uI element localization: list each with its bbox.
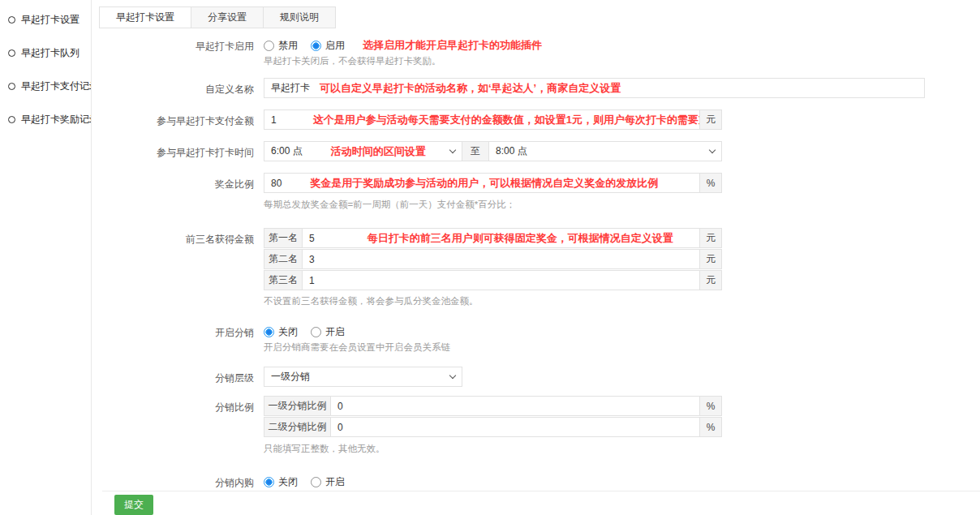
- top3-third-value: 1: [309, 275, 315, 286]
- sidebar-item-checkin-settings[interactable]: 早起打卡设置: [0, 3, 91, 36]
- radio-inner-off[interactable]: [264, 477, 274, 487]
- dist-level-select[interactable]: 一级分销: [264, 367, 462, 387]
- top3-first-value: 5: [309, 233, 315, 244]
- field-label-dist-ratio: 分销比例: [99, 396, 264, 414]
- top3-second-input[interactable]: 第二名 3 元: [264, 249, 722, 269]
- radio-disable[interactable]: [264, 41, 274, 51]
- sidebar: 早起打卡设置 早起打卡队列 早起打卡支付记录 早起打卡奖励记录: [0, 0, 92, 515]
- pay-amount-hint: 这个是用户参与活动每天需要支付的金额数值，如设置1元，则用户每次打卡的需要支付1…: [313, 113, 699, 127]
- bonus-ratio-input[interactable]: 80 奖金是用于奖励成功参与活动的用户，可以根据情况自定义奖金的发放比例 %: [264, 173, 722, 193]
- dist-ratio-level2-value: 0: [337, 422, 343, 433]
- radio-enable[interactable]: [311, 41, 321, 51]
- enable-hint-text: 选择启用才能开启早起打卡的功能插件: [363, 38, 542, 53]
- dist-ratio-level2-label: 二级分销比例: [264, 418, 331, 436]
- tab-bar: 早起打卡设置 分享设置 规则说明: [99, 6, 980, 28]
- form-row-pay-amount: 参与早起打卡支付金额 1 这个是用户参与活动每天需要支付的金额数值，如设置1元，…: [99, 109, 980, 130]
- sidebar-item-label: 早起打卡奖励记录: [21, 113, 91, 127]
- time-separator: 至: [462, 141, 488, 161]
- tab-rules[interactable]: 规则说明: [263, 6, 336, 28]
- top3-hint: 每日打卡的前三名用户则可获得固定奖金，可根据情况自定义设置: [368, 231, 673, 246]
- dist-ratio-level2-unit: %: [699, 418, 721, 436]
- chevron-down-icon: [449, 147, 456, 153]
- top3-third-rank: 第三名: [264, 271, 303, 290]
- custom-name-value: 早起打卡: [271, 81, 310, 95]
- main-content: 早起打卡设置 分享设置 规则说明 早起打卡启用 禁用 启用 选择启用才能开启早起…: [92, 0, 980, 515]
- top3-third-input[interactable]: 第三名 1 元: [264, 270, 722, 290]
- radio-label-disable[interactable]: 禁用: [278, 39, 298, 53]
- field-label-pay-amount: 参与早起打卡支付金额: [99, 109, 264, 128]
- pay-amount-value: 1: [271, 114, 277, 126]
- time-start-select[interactable]: 6:00 点 活动时间的区间设置: [264, 141, 462, 161]
- field-label-bonus-ratio: 奖金比例: [99, 173, 264, 191]
- sidebar-item-checkin-queue[interactable]: 早起打卡队列: [0, 36, 91, 70]
- top3-third-unit: 元: [699, 271, 721, 290]
- distribution-help-text: 开启分销商需要在会员设置中开启会员关系链: [264, 341, 450, 354]
- form-row-dist-ratio: 分销比例 一级分销比例 0 % 二级分销比例: [99, 396, 980, 455]
- form-row-distribution: 开启分销 关闭 开启 开启分销商需要在会员设置中开启会员关系链: [99, 324, 980, 354]
- dist-ratio-level1-input[interactable]: 一级分销比例 0 %: [264, 396, 722, 416]
- sidebar-item-reward-records[interactable]: 早起打卡奖励记录: [0, 103, 91, 136]
- dist-level-value: 一级分销: [271, 370, 310, 384]
- form-row-bonus-ratio: 奖金比例 80 奖金是用于奖励成功参与活动的用户，可以根据情况自定义奖金的发放比…: [99, 173, 980, 211]
- bonus-ratio-help: 每期总发放奖金金额=前一周期（前一天）支付金额*百分比；: [264, 199, 722, 211]
- top3-second-unit: 元: [699, 250, 721, 268]
- bonus-ratio-value: 80: [271, 178, 282, 189]
- form-row-checkin-time: 参与早起打卡打卡时间 6:00 点 活动时间的区间设置 至 8:00 点: [99, 141, 980, 161]
- bonus-ratio-unit: %: [699, 174, 721, 192]
- circle-bullet-icon: [8, 49, 15, 57]
- form-row-top3: 前三名获得金额 第一名 5 每日打卡的前三名用户则可获得固定奖金，可根据情况自定…: [99, 228, 980, 307]
- tab-checkin-settings[interactable]: 早起打卡设置: [99, 6, 191, 28]
- custom-name-hint: 可以自定义早起打卡的活动名称，如‘早起达人’，商家自定义设置: [320, 81, 621, 96]
- sidebar-item-label: 早起打卡设置: [21, 13, 80, 27]
- field-label-checkin-time: 参与早起打卡打卡时间: [99, 141, 264, 160]
- radio-dist-on[interactable]: [311, 327, 321, 337]
- top3-first-rank: 第一名: [264, 229, 303, 247]
- dist-ratio-level1-value: 0: [337, 401, 343, 412]
- radio-dist-off[interactable]: [264, 327, 274, 337]
- dist-ratio-level1-unit: %: [699, 397, 721, 415]
- dist-ratio-help-text: 只能填写正整数，其他无效。: [264, 443, 722, 455]
- time-start-value: 6:00 点: [271, 144, 303, 158]
- time-end-value: 8:00 点: [496, 144, 527, 158]
- custom-name-input[interactable]: 早起打卡 可以自定义早起打卡的活动名称，如‘早起达人’，商家自定义设置: [264, 78, 925, 98]
- top3-first-input[interactable]: 第一名 5 每日打卡的前三名用户则可获得固定奖金，可根据情况自定义设置 元: [264, 228, 722, 248]
- radio-label-dist-off[interactable]: 关闭: [278, 325, 298, 339]
- enable-help-text: 早起打卡关闭后，不会获得早起打卡奖励。: [264, 55, 542, 67]
- settings-form: 早起打卡启用 禁用 启用 选择启用才能开启早起打卡的功能插件 早起打卡关闭后，不…: [99, 38, 980, 490]
- top3-second-rank: 第二名: [264, 250, 303, 268]
- dist-ratio-level2-input[interactable]: 二级分销比例 0 %: [264, 417, 722, 437]
- field-label-custom-name: 自定义名称: [99, 78, 264, 97]
- chevron-down-icon: [449, 372, 456, 379]
- pay-amount-input[interactable]: 1 这个是用户参与活动每天需要支付的金额数值，如设置1元，则用户每次打卡的需要支…: [264, 109, 722, 130]
- sidebar-item-label: 早起打卡队列: [21, 46, 80, 60]
- top3-first-unit: 元: [699, 229, 721, 247]
- chevron-down-icon: [709, 147, 716, 153]
- submit-button[interactable]: 提交: [114, 495, 153, 515]
- tab-share-settings[interactable]: 分享设置: [191, 6, 264, 28]
- form-row-dist-inner: 分销内购 关闭 开启: [99, 474, 980, 490]
- radio-label-enable[interactable]: 启用: [325, 39, 345, 53]
- pay-amount-unit: 元: [699, 110, 721, 129]
- radio-label-inner-off[interactable]: 关闭: [278, 475, 298, 489]
- footer-divider: [102, 491, 980, 491]
- top3-second-value: 3: [309, 254, 315, 265]
- field-label-dist-inner: 分销内购: [99, 474, 264, 490]
- form-row-dist-level: 分销层级 一级分销: [99, 367, 980, 387]
- form-row-custom-name: 自定义名称 早起打卡 可以自定义早起打卡的活动名称，如‘早起达人’，商家自定义设…: [99, 78, 980, 98]
- circle-bullet-icon: [8, 83, 15, 90]
- circle-bullet-icon: [8, 116, 15, 123]
- field-label-enable: 早起打卡启用: [99, 38, 264, 54]
- time-end-select[interactable]: 8:00 点: [488, 141, 722, 161]
- sidebar-item-payment-records[interactable]: 早起打卡支付记录: [0, 70, 91, 103]
- time-hint: 活动时间的区间设置: [331, 144, 426, 159]
- field-label-dist-level: 分销层级: [99, 367, 264, 385]
- app-window: 早起打卡设置 早起打卡队列 早起打卡支付记录 早起打卡奖励记录 早起打卡设置 分…: [0, 0, 980, 515]
- radio-label-dist-on[interactable]: 开启: [325, 325, 345, 339]
- field-label-top3: 前三名获得金额: [99, 228, 264, 247]
- dist-ratio-level1-label: 一级分销比例: [264, 397, 331, 415]
- radio-inner-on[interactable]: [311, 477, 321, 487]
- radio-label-inner-on[interactable]: 开启: [325, 475, 345, 489]
- top3-help-text: 不设置前三名获得金额，将会参与瓜分奖金池金额。: [264, 295, 722, 307]
- circle-bullet-icon: [8, 16, 15, 24]
- sidebar-item-label: 早起打卡支付记录: [21, 79, 91, 93]
